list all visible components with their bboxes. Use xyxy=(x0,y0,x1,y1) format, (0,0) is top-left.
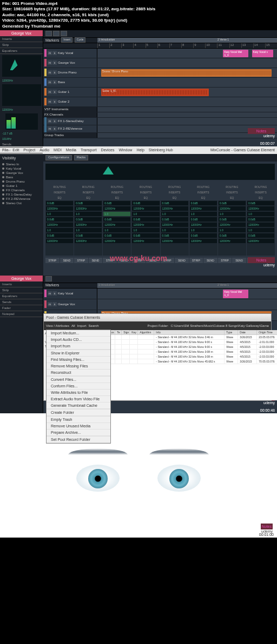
solo-btn[interactable]: s xyxy=(52,99,57,104)
context-menu-item[interactable]: Import Audio CD... xyxy=(47,337,110,343)
eq-freq[interactable]: 12000Hz xyxy=(0,78,43,83)
eq-slot[interactable]: 1.0 xyxy=(161,212,188,216)
solo-btn[interactable]: s xyxy=(52,51,57,55)
visibility-item[interactable]: FX 1-StereoDelay xyxy=(2,192,41,197)
eq-slot[interactable]: 12000Hz xyxy=(75,206,102,211)
eq-slot[interactable]: 12000Hz xyxy=(161,223,188,227)
eq-slot[interactable]: 0.0dB xyxy=(75,217,102,222)
eq-slot[interactable]: 1.0 xyxy=(161,228,188,232)
mute-btn[interactable]: m xyxy=(48,119,52,123)
inspector-equalizers[interactable]: Equalizers xyxy=(0,48,43,54)
racks-btn[interactable]: Racks xyxy=(74,155,89,160)
eq-slot[interactable]: 12000Hz xyxy=(161,206,188,211)
eq-freq-2[interactable]: 12000Hz xyxy=(0,107,43,112)
inspector-title-3[interactable]: George Vox xyxy=(0,276,43,281)
context-menu-item[interactable]: Remove Unused Media xyxy=(47,423,110,430)
send-btn[interactable]: SEND xyxy=(89,258,103,263)
solo-btn[interactable]: s xyxy=(52,70,57,75)
insp-item[interactable]: Fader xyxy=(0,305,43,311)
context-menu-item[interactable]: Import from xyxy=(47,343,110,350)
track-row[interactable]: msKaty VocalKaty Vocal Mel 1_0 xyxy=(43,289,277,299)
visibility-item[interactable]: FX Channels xyxy=(2,188,41,192)
audio-clip[interactable]: Katy Vocal Mel 1_0 xyxy=(223,290,248,298)
ruler-num[interactable]: 5 xyxy=(146,43,157,48)
mixer-channel[interactable]: ROUTINGINSERTSEQ0.0dB12000Hz1.00.0dB1200… xyxy=(218,184,246,256)
solo-btn[interactable]: s xyxy=(52,302,57,306)
eq-slot[interactable]: 0.0dB xyxy=(219,217,246,222)
ruler-num[interactable]: 9 xyxy=(193,43,205,48)
pool-header[interactable]: Date xyxy=(238,330,257,334)
mute-btn[interactable]: m xyxy=(48,302,52,306)
pool-view-btn[interactable]: View / Attributes xyxy=(46,324,69,327)
eq-slot[interactable]: 0.0dB xyxy=(219,201,246,205)
track-row[interactable]: msGuitar 1Guitar 1_01 xyxy=(43,88,277,97)
eq-slot[interactable]: 0.0dB xyxy=(75,233,102,238)
eq-slot[interactable]: 0.0dB xyxy=(132,217,159,222)
context-menu-item[interactable]: Empty Trash xyxy=(47,417,110,423)
visibility-item[interactable]: Guitar 1 xyxy=(2,184,41,188)
eq-slot[interactable]: 12000Hz xyxy=(190,223,217,227)
cycle-btn[interactable]: Cycle xyxy=(75,37,86,43)
eq-slot[interactable]: 0.0dB xyxy=(161,217,188,222)
eq-slot[interactable]: 1.0 xyxy=(46,228,73,232)
send-btn[interactable]: SEND xyxy=(175,258,189,263)
eq-slot[interactable]: 1.0 xyxy=(247,228,274,232)
solo-btn[interactable]: s xyxy=(52,61,57,65)
pool-import-btn[interactable]: Import xyxy=(77,324,87,327)
menu-midi[interactable]: MIDI xyxy=(54,148,62,152)
marker-verse[interactable]: 2 Verse 1 xyxy=(216,38,277,43)
eq-slot[interactable]: 12000Hz xyxy=(103,239,130,243)
track-row[interactable]: msGeorge Vox xyxy=(43,58,277,68)
menu-steinberg-hub[interactable]: Steinberg Hub xyxy=(149,148,173,152)
marker-verse-3[interactable]: 2 Verse 1 xyxy=(216,283,277,288)
eq-slot[interactable]: 12000Hz xyxy=(46,206,73,211)
eq-slot[interactable]: 1.0 xyxy=(75,212,102,216)
solo-btn[interactable]: s xyxy=(52,80,57,84)
context-menu-item[interactable]: Set Pool Record Folder xyxy=(47,437,110,443)
eq-slot[interactable]: 12000Hz xyxy=(247,206,274,211)
mute-btn[interactable]: m xyxy=(48,99,52,104)
audio-clip[interactable]: Katy Vocal v xyxy=(252,50,274,57)
ruler-num[interactable]: 1 xyxy=(97,43,109,48)
context-menu-item[interactable]: Show in Explorer xyxy=(47,350,110,357)
mute-btn[interactable]: m xyxy=(48,61,52,65)
eq-slot[interactable]: 12000Hz xyxy=(132,206,159,211)
marker-intro-3[interactable]: 1 Introduction xyxy=(97,283,216,288)
fx2-name[interactable]: FX 2-REVerence xyxy=(58,127,96,130)
marker-intro[interactable]: 1 Introduction xyxy=(97,38,216,43)
eq-slot[interactable]: 0.0dB xyxy=(219,233,246,238)
ruler-num[interactable]: 12 xyxy=(229,43,241,48)
mixer-channel[interactable]: ROUTINGINSERTSEQ0.0dB12000Hz1.00.0dB1200… xyxy=(247,184,275,256)
pool-header[interactable]: Te xyxy=(115,330,122,334)
insp-item[interactable]: Equalizers xyxy=(0,293,43,299)
pool-header[interactable]: Origin Time xyxy=(257,330,277,334)
context-menu-item[interactable]: Generate Thumbnail Cache xyxy=(47,403,110,409)
mixer-channel[interactable]: ROUTINGINSERTSEQ0.0dB12000Hz1.00.0dB1200… xyxy=(161,184,189,256)
eq-slot[interactable]: 0.0dB xyxy=(161,201,188,205)
menu-transport[interactable]: Transport xyxy=(81,148,97,152)
ruler-num[interactable]: 3 xyxy=(121,43,133,48)
solo-btn[interactable]: s xyxy=(52,119,57,123)
inspector-sends[interactable]: Sends xyxy=(0,142,43,147)
eq-slot[interactable]: 12000Hz xyxy=(75,239,102,243)
ruler-num[interactable]: 4 xyxy=(133,43,145,48)
send-btn[interactable]: SEND xyxy=(203,258,217,263)
fx1-name[interactable]: FX 1-StereoDelay xyxy=(58,119,96,123)
track-row[interactable]: msGeorge Vox xyxy=(43,299,277,310)
eq-slot[interactable]: 0.0dB xyxy=(103,201,130,205)
track-lane[interactable]: Guitar 1_01 xyxy=(97,88,277,97)
track-row[interactable]: msKaty VocalKaty Vocal Mel 1_0Katy Vocal… xyxy=(43,49,277,58)
track-lane[interactable] xyxy=(97,299,277,310)
track-lane[interactable]: Katy Vocal Mel 1_0 xyxy=(97,289,277,299)
ruler-num[interactable]: 11 xyxy=(217,43,229,48)
eq-slot[interactable]: 1.0 xyxy=(219,228,246,232)
eq-slot[interactable]: 0.0dB xyxy=(103,217,130,222)
eq-slot[interactable]: 12000Hz xyxy=(46,239,73,243)
solo-btn[interactable]: s xyxy=(52,291,57,296)
menu-devices[interactable]: Devices xyxy=(101,148,115,152)
mixer-channel[interactable]: ROUTINGINSERTSEQ0.0dB12000Hz1.00.0dB1200… xyxy=(45,184,74,256)
eq-slot[interactable]: 0.0dB xyxy=(190,217,217,222)
ruler-num[interactable]: 13 xyxy=(241,43,253,48)
eq-slot[interactable]: 1.0 xyxy=(219,212,246,216)
visibility-item[interactable]: Drums Piano xyxy=(2,179,41,184)
